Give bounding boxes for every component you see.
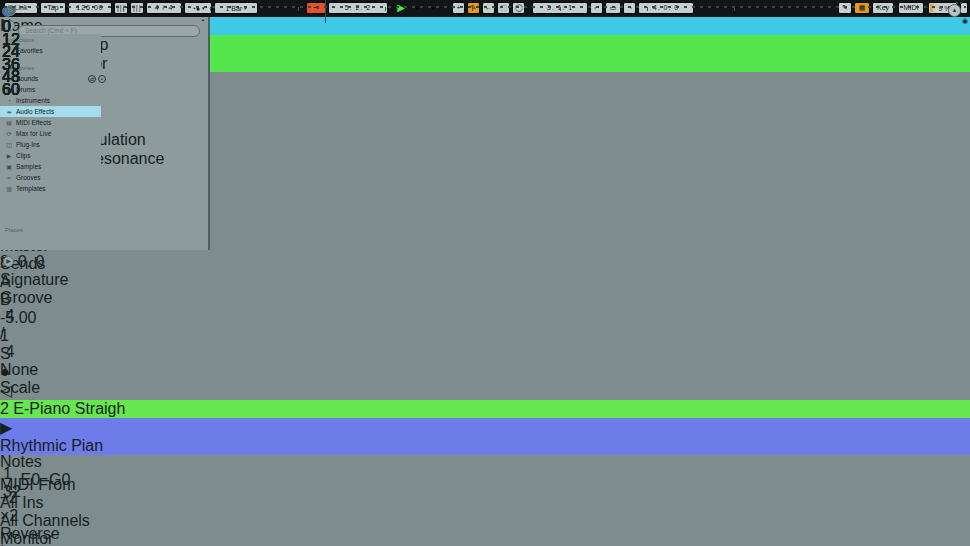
time-signature-display[interactable]: 4 / 4 [146, 2, 182, 14]
track-column: 2 E-Piano Straigh▶Rhythmic Pian132MIDI F… [0, 400, 970, 546]
clips-icon: ▶ [5, 152, 13, 159]
nudge-down-icon[interactable]: ||| [114, 2, 128, 14]
re-enable-automation-button[interactable]: ← [482, 2, 495, 14]
session-record-button[interactable]: ◯ [512, 2, 525, 14]
velocity-playhead [325, 0, 326, 23]
zero-db-notch: ◁ [0, 381, 970, 400]
punch-in-button[interactable]: ⌐ [590, 2, 603, 14]
volume-field[interactable]: -5.00 [0, 309, 970, 327]
groove-hotswap-icon[interactable]: ⇄ [88, 75, 96, 83]
show-hide-detail-icon[interactable]: ▲ [948, 4, 961, 17]
quantization-chooser[interactable]: 1 Bar ▾ [214, 2, 258, 14]
groove-commit-icon[interactable]: • [98, 75, 106, 83]
capture-midi-button[interactable]: ⬚ [497, 2, 510, 14]
browser-panel: ▷ Collections●FavoritesCategories♬Sounds… [0, 17, 210, 250]
overdub-button[interactable]: + [452, 2, 465, 14]
midi-map-button[interactable]: MIDI [898, 2, 924, 14]
computer-midi-keyboard-button[interactable]: ▦ [854, 2, 870, 14]
track-menu-icon[interactable]: ◉ [962, 17, 968, 25]
input-channel-chooser[interactable]: All Channels [0, 512, 970, 530]
sends-section: SendsAB [0, 255, 970, 309]
clip-slot[interactable] [0, 455, 970, 465]
sidebar-item-max-for-live[interactable]: ⟳Max for Live [0, 128, 101, 139]
clip-slot[interactable]: ▶Rhythmic Pian [0, 418, 970, 455]
clip-play-icon[interactable]: ▶ [0, 418, 970, 437]
max-for-live-icon: ⟳ [5, 130, 13, 137]
sidebar-item-midi-effects[interactable]: ▤MIDI Effects [0, 117, 101, 128]
audio-effects-icon: ⇻ [5, 108, 13, 115]
sort-icon[interactable]: ▲ [201, 17, 205, 22]
templates-icon: ▥ [5, 185, 13, 192]
clip-preview-icon[interactable]: ▶ [3, 256, 14, 267]
places-label: Places [0, 224, 23, 235]
automation-arm-button[interactable]: ✎ [467, 2, 480, 14]
arrangement-position-display[interactable]: 5. 2. 2 [328, 2, 388, 14]
midi-effects-icon: ▤ [5, 119, 13, 126]
tap-tempo-button[interactable]: Tap [40, 2, 66, 14]
sidebar-item-plug-ins[interactable]: ◫Plug-Ins [0, 139, 101, 150]
sidebar-item-audio-effects[interactable]: ⇻Audio Effects [0, 106, 101, 117]
session-view: ▷ Collections●FavoritesCategories♬Sounds… [0, 17, 970, 250]
grooves-icon: ≈ [5, 175, 13, 181]
loop-switch[interactable]: ▭ [605, 2, 621, 14]
punch-out-button[interactable]: ¬ [623, 2, 636, 14]
record-button[interactable]: ● [426, 2, 440, 14]
tempo-display[interactable]: 126.00 [68, 2, 112, 14]
play-button[interactable]: ▶ [394, 2, 408, 14]
sidebar-item-templates[interactable]: ▥Templates [0, 183, 101, 194]
track-header[interactable]: 2 E-Piano Straigh [0, 400, 970, 418]
sidebar-item-grooves[interactable]: ≈Grooves [0, 172, 101, 183]
transport-bar: Link Tap 126.00 ||| ||| 4 / 4 ◔● ▾ 1 Bar… [0, 0, 970, 17]
key-map-button[interactable]: Key [872, 2, 894, 14]
solo-button[interactable]: S [0, 345, 970, 363]
sidebar-item-clips[interactable]: ▶Clips [0, 150, 101, 161]
stop-button[interactable]: ■ [410, 2, 424, 14]
nudge-up-icon[interactable]: ||| [130, 2, 144, 14]
input-type-chooser[interactable]: All Ins [0, 494, 970, 512]
plug-ins-icon: ◫ [5, 141, 13, 148]
monitor-label: Monitor [0, 530, 970, 546]
follow-button[interactable]: ⇥ [306, 2, 326, 14]
metronome-button[interactable]: ◔● ▾ [184, 2, 212, 14]
input-type-label: MIDI From [0, 476, 970, 494]
track-status-display: 132 [0, 465, 970, 476]
sidebar-item-samples[interactable]: ▣Samples [0, 161, 101, 172]
mixer-section: -5.001S●◁01224364860 [0, 309, 970, 400]
track-activator[interactable]: 1 [0, 327, 970, 345]
draw-mode-button[interactable]: ✎ [838, 2, 852, 14]
arm-button[interactable]: ● [0, 363, 970, 381]
samples-icon: ▣ [5, 163, 13, 170]
